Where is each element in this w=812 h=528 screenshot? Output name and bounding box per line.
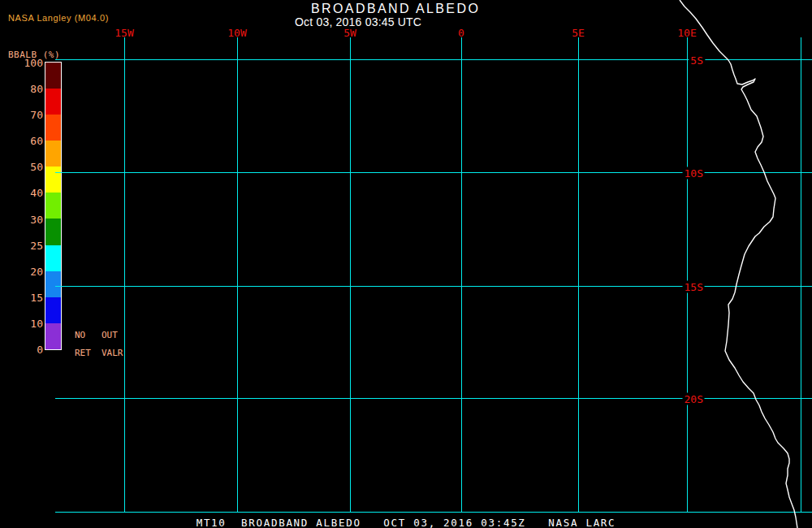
longitude-label: 10W xyxy=(227,27,246,39)
longitude-label: 0 xyxy=(458,27,464,39)
latitude-label: 15S xyxy=(683,281,705,293)
latitude-label: 10S xyxy=(683,167,705,180)
map-canvas xyxy=(0,0,812,528)
longitude-label: 5E xyxy=(572,27,585,39)
longitude-label: 15W xyxy=(114,27,133,39)
latitude-label: 5S xyxy=(689,54,705,67)
footer-status-bar: MT10 BROADBAND ALBEDO OCT 03, 2016 03:45… xyxy=(0,517,812,528)
coastline-africa-west xyxy=(680,0,797,528)
albedo-quicklook-window: NASA Langley (M04.0) BROADBAND ALBEDO Oc… xyxy=(0,0,812,528)
longitude-label: 10E xyxy=(677,27,696,39)
longitude-label: 5W xyxy=(343,27,356,39)
latitude-label: 20S xyxy=(683,393,705,405)
